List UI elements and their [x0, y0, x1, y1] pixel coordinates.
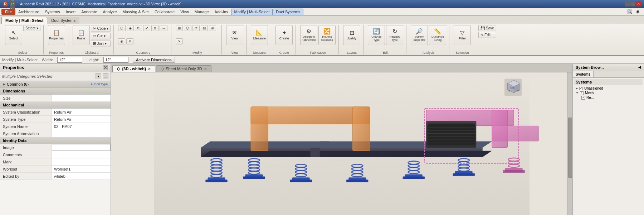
justify-button[interactable]: ⊟ Justify: [343, 25, 360, 45]
reapply-type-button[interactable]: ↻ ReapplyType: [386, 25, 403, 45]
systems-item-re[interactable]: ✓ Re...: [574, 95, 643, 100]
view-cube[interactable]: TOP FR RT: [504, 79, 522, 96]
cope-icon: ✂: [93, 26, 96, 31]
geo-btn-1[interactable]: ⬡: [118, 25, 126, 31]
prop-value-editedby: whiteb: [52, 173, 111, 180]
duct-pipe-sizing-button[interactable]: 📏 Duct/PipeSizing: [429, 25, 446, 45]
unassigned-checkbox[interactable]: ✓: [579, 87, 583, 90]
menu-collaborate[interactable]: Collaborate: [152, 9, 177, 15]
geo-btn-6[interactable]: ↔: [160, 25, 167, 31]
menu-manage[interactable]: Manage: [192, 9, 212, 15]
menu-annotate[interactable]: Annotate: [78, 9, 100, 15]
properties-close-button[interactable]: ✕: [103, 65, 108, 70]
viewport-tab-sheet-metal[interactable]: ⬡ Sheet Metal Only 3D ✕: [156, 65, 211, 72]
width-input[interactable]: [57, 57, 82, 63]
menu-addins[interactable]: Add-Ins: [212, 9, 231, 15]
menu-duct-systems[interactable]: Duct Systems: [273, 9, 303, 15]
mechanical-section-header[interactable]: Mechanical: [0, 102, 111, 109]
systems-item-mech[interactable]: ▼ ✓ Mech...: [574, 91, 643, 95]
panel-collapse-button[interactable]: ◀: [638, 65, 641, 70]
dimensions-section-header[interactable]: Dimensions: [0, 88, 111, 95]
filter-button[interactable]: ▽ Filter: [454, 25, 471, 45]
prop-value-comments[interactable]: [52, 151, 111, 158]
tab-sheet-metal-close[interactable]: ✕: [204, 67, 207, 71]
measure-button[interactable]: 📐 Measure: [251, 25, 268, 45]
view-button[interactable]: 👁 View: [226, 25, 243, 45]
3d-viewport[interactable]: TOP FR RT: [111, 72, 572, 215]
vertical-scrollbar[interactable]: [567, 72, 572, 215]
properties-panel: Properties ✕ Multiple Categories Selecte…: [0, 64, 111, 215]
cut-button[interactable]: ✂ Cut ▾: [91, 33, 111, 39]
height-input[interactable]: [103, 57, 128, 63]
change-type-button[interactable]: 🔄 ChangeType: [368, 25, 385, 45]
mech-checkbox[interactable]: ✓: [580, 91, 584, 95]
system-inspector-button[interactable]: 🔎 SystemInspector: [411, 25, 428, 45]
tab-3d-close[interactable]: ✕: [148, 67, 151, 71]
menu-insert[interactable]: Insert: [63, 9, 79, 15]
viewport-tab-3d-whiteb[interactable]: ⬡ {3D - whiteb} ✕: [112, 65, 155, 72]
properties-button[interactable]: 📋 Properties: [48, 25, 65, 45]
select-button[interactable]: Select ▾: [23, 25, 40, 31]
menu-massing[interactable]: Massing & Site: [120, 9, 152, 15]
prop-row-size: Size: [0, 95, 111, 102]
svg-text:TOP: TOP: [510, 87, 514, 89]
dimensions-label: Dimensions: [3, 89, 25, 93]
geo-btn-4[interactable]: ⤢: [143, 25, 150, 31]
geo-btn-3[interactable]: ⟳: [135, 25, 142, 31]
design-fab-icon: ⚙: [306, 29, 311, 34]
mod-btn-3[interactable]: ⟳: [192, 25, 200, 31]
undo-icon[interactable]: ↩: [10, 1, 15, 6]
create-icon: ✦: [282, 30, 287, 36]
mod-btn-1[interactable]: ⊞: [176, 25, 183, 31]
prop-value-image[interactable]: [52, 144, 111, 151]
menu-file[interactable]: File: [1, 9, 15, 15]
mod-btn-4[interactable]: ⊡: [201, 25, 208, 31]
tab-modify-multiselect[interactable]: Modify | Multi-Select: [1, 17, 47, 24]
close-button[interactable]: ✕: [636, 1, 641, 6]
routing-solutions-button[interactable]: 🔀 RoutingSolutions: [318, 25, 336, 45]
mod-btn-6[interactable]: ✕: [176, 38, 183, 44]
right-tab-systems[interactable]: Systems: [573, 71, 594, 77]
join-button[interactable]: ⊞ Join ▾: [91, 40, 111, 47]
geo-btn-5[interactable]: ⊕: [151, 25, 158, 31]
activate-dimensions-button[interactable]: Activate Dimensions: [133, 57, 175, 63]
edit-type-button[interactable]: ⬇ Edit Type: [91, 82, 108, 86]
cope-button[interactable]: ✂ Cope ▾: [91, 25, 111, 32]
menu-systems[interactable]: Systems: [42, 9, 63, 15]
menu-extra[interactable]: ◉: [633, 9, 643, 15]
maximize-button[interactable]: □: [630, 1, 635, 6]
modify-button[interactable]: ↖ Select: [5, 25, 22, 45]
systems-item-unassigned[interactable]: ▶ ✓ Unassigned: [574, 86, 643, 91]
edit-ribbon-button[interactable]: ✎ Edit: [478, 32, 496, 38]
ribbon-group-measure: 📐 Measure Measure: [248, 25, 271, 54]
re-checkbox[interactable]: ✓: [581, 96, 585, 100]
prop-value-mark[interactable]: [52, 158, 111, 165]
create-button[interactable]: ✦ Create: [275, 25, 293, 45]
search-icon[interactable]: 🔍: [627, 9, 632, 14]
window-controls[interactable]: ─ □ ✕: [625, 1, 641, 6]
menu-analyze[interactable]: Analyze: [100, 9, 119, 15]
menu-architecture[interactable]: Architecture: [15, 9, 42, 15]
save-button[interactable]: 💾 Save: [478, 25, 496, 31]
minimize-button[interactable]: ─: [625, 1, 630, 6]
common-header: ▶ Common (6) ⬇ Edit Type: [0, 81, 111, 88]
design-to-fabrication-button[interactable]: ⚙ Design toFabrication: [300, 25, 317, 45]
geo-btn-8[interactable]: ✕: [126, 38, 133, 44]
mod-btn-2[interactable]: ⬡: [184, 25, 191, 31]
mod-btn-5[interactable]: ⊛: [209, 25, 216, 31]
type-selector: Multiple Categories Selected ▾ …: [0, 72, 111, 81]
menu-modify-multiselect[interactable]: Modify | Multi-Select: [231, 9, 273, 15]
geo-btn-7[interactable]: ⊗: [118, 38, 125, 44]
paste-button[interactable]: 📋 Paste: [73, 25, 90, 45]
type-selector-edit[interactable]: …: [103, 73, 108, 79]
layout-buttons: ⊟ Justify: [343, 25, 360, 50]
tab-duct-systems[interactable]: Duct Systems: [47, 17, 79, 24]
type-selector-dropdown[interactable]: ▾: [96, 73, 101, 79]
modify-label: Modify: [192, 50, 202, 54]
geo-btn-2[interactable]: ◈: [127, 25, 134, 31]
identity-section-header[interactable]: Identity Data: [0, 137, 111, 144]
image-input[interactable]: [53, 145, 110, 150]
vertical-scroll-handle[interactable]: [568, 118, 572, 178]
menu-view[interactable]: View: [177, 9, 192, 15]
svg-rect-57: [492, 126, 539, 142]
